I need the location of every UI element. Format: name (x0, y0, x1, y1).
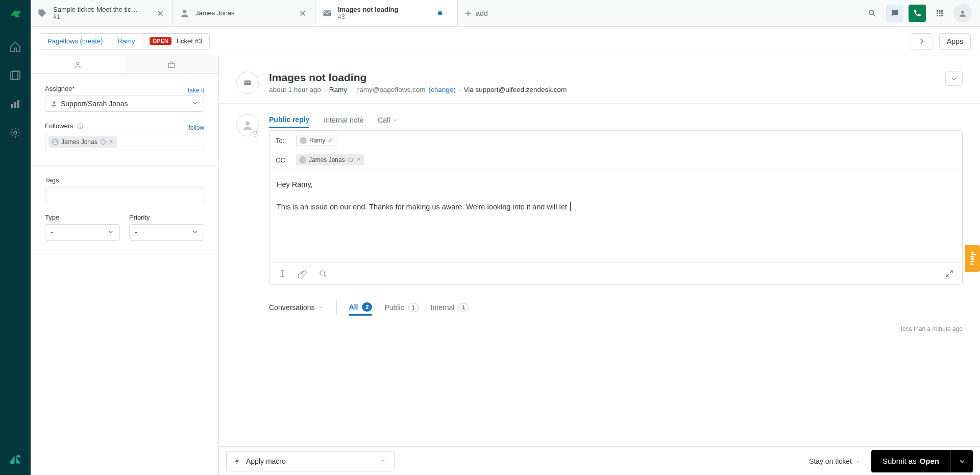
take-it-link[interactable]: take it (188, 87, 204, 94)
details-tab-ticket[interactable] (125, 56, 218, 73)
svg-rect-17 (939, 13, 941, 14)
apps-button[interactable]: Apps (939, 33, 971, 50)
chevron-down-icon (949, 74, 959, 83)
add-tab-button[interactable]: add (458, 0, 494, 26)
tab-title: Images not loading (338, 6, 451, 14)
remove-icon[interactable] (356, 156, 361, 163)
assignee-label: Assignee* (45, 85, 75, 92)
type-select[interactable]: - (45, 224, 120, 241)
user-icon (73, 60, 82, 69)
breadcrumb-ticket[interactable]: OPEN Ticket #3 (142, 33, 210, 50)
expand-button[interactable] (911, 33, 933, 50)
filter-all[interactable]: All 2 (349, 299, 373, 316)
svg-rect-3 (13, 71, 20, 79)
assignee-select[interactable]: Support/Sarah Jonas (45, 96, 204, 112)
user-icon (51, 100, 58, 107)
tab-public-reply[interactable]: Public reply (269, 115, 309, 128)
svg-point-23 (76, 62, 79, 64)
tab-call[interactable]: Call (378, 116, 398, 127)
svg-rect-28 (80, 126, 80, 128)
all-count: 2 (362, 302, 372, 312)
profile-avatar[interactable] (953, 4, 972, 22)
phone-button[interactable] (909, 5, 926, 22)
tab-sub: #3 (338, 13, 451, 20)
svg-rect-11 (324, 10, 331, 16)
tab-ticket-1[interactable]: Sample ticket: Meet the tic… #1 (31, 0, 173, 26)
details-tab-user[interactable] (31, 56, 125, 73)
composer-toolbar (270, 262, 962, 284)
breadcrumb-org[interactable]: Pageflows (create) (40, 33, 110, 50)
to-label: To: (276, 137, 291, 145)
submit-caret-button[interactable] (950, 450, 973, 472)
svg-rect-24 (168, 63, 175, 67)
conversations-dropdown[interactable]: Conversations (269, 300, 337, 315)
svg-rect-5 (14, 102, 16, 108)
cc-row[interactable]: CC: James Jonas (270, 150, 962, 170)
expand-icon (945, 269, 954, 278)
tab-internal-note[interactable]: Internal note (324, 116, 363, 127)
apply-macro-button[interactable]: Apply macro (226, 451, 395, 471)
zendesk-footer-logo (0, 444, 31, 475)
tags-input[interactable] (45, 187, 204, 203)
edit-icon[interactable] (328, 137, 334, 145)
ticket-header: Images not loading about 1 hour ago · Ra… (219, 56, 980, 103)
chevron-down-icon (106, 227, 115, 238)
search-kb-button[interactable] (316, 267, 330, 280)
svg-point-7 (14, 131, 17, 134)
svg-point-10 (183, 10, 187, 13)
tab-user[interactable]: James Jonas (173, 0, 315, 26)
message-textarea[interactable]: Hey Ramy, This is an issue on our end. T… (270, 170, 962, 262)
info-icon (77, 123, 84, 130)
pill-label: Ramy (309, 137, 325, 144)
apps-grid-icon (935, 9, 944, 18)
ticket-email: ramy@pageflows.com (357, 86, 426, 93)
ticket-time: about 1 hour ago (269, 86, 321, 93)
add-label: add (476, 9, 487, 17)
conversation-filter: Conversations All 2 Public 1 Internal 1 (219, 293, 980, 322)
user-outline-icon (348, 157, 354, 163)
collapse-button[interactable] (945, 72, 963, 86)
follow-link[interactable]: follow (188, 124, 204, 131)
cc-pill: James Jonas (296, 154, 364, 165)
svg-point-30 (101, 140, 105, 145)
filter-internal[interactable]: Internal 1 (431, 299, 469, 316)
type-label: Type (45, 213, 120, 221)
mail-icon (243, 78, 252, 87)
svg-rect-31 (244, 81, 251, 85)
nav-admin[interactable] (3, 121, 28, 145)
assignee-value: Support/Sarah Jonas (61, 100, 128, 108)
svg-rect-19 (937, 15, 938, 16)
attach-button[interactable] (296, 267, 309, 280)
svg-point-22 (961, 11, 964, 14)
remove-icon[interactable] (109, 138, 114, 146)
expand-composer-button[interactable] (943, 267, 956, 280)
nav-views[interactable] (3, 63, 28, 88)
close-icon[interactable] (297, 7, 309, 19)
format-button[interactable] (276, 267, 289, 280)
nav-reporting[interactable] (3, 92, 28, 116)
tab-ticket-3[interactable]: Images not loading #3 (315, 0, 458, 26)
change-requester-link[interactable]: (change) (428, 86, 455, 93)
bottom-bar: Apply macro Stay on ticket Submit as Ope… (219, 446, 980, 475)
filter-public[interactable]: Public 1 (384, 299, 418, 316)
stay-on-ticket-dropdown[interactable]: Stay on ticket (809, 457, 861, 465)
submit-button[interactable]: Submit as Open (871, 450, 950, 472)
breadcrumb-requester[interactable]: Ramy (110, 33, 142, 50)
close-icon[interactable] (154, 7, 166, 19)
help-tab[interactable]: Help (965, 245, 980, 272)
user-icon (179, 8, 190, 19)
priority-select[interactable]: - (129, 224, 204, 241)
followers-input[interactable]: James Jonas (45, 133, 204, 151)
briefcase-icon (167, 60, 176, 69)
chat-button[interactable] (886, 5, 903, 22)
status-badge: OPEN (150, 37, 171, 45)
to-row: To: Ramy (270, 131, 962, 150)
nav-home[interactable] (3, 35, 28, 59)
secondary-bar: Pageflows (create) Ramy OPEN Ticket #3 A… (31, 27, 980, 56)
zendesk-logo[interactable] (5, 3, 26, 23)
mail-icon (322, 8, 333, 19)
apps-grid-button[interactable] (931, 5, 948, 22)
chevron-down-icon (392, 117, 398, 123)
search-button[interactable] (864, 5, 881, 22)
chevron-down-icon (318, 304, 324, 311)
